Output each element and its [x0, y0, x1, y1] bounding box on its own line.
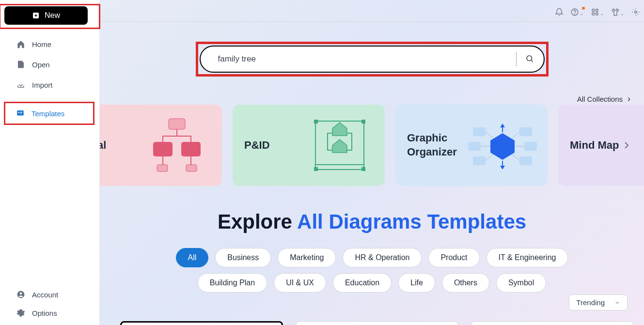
chip-product[interactable]: Product [428, 248, 479, 267]
headline-prefix: Explore [218, 210, 297, 233]
chip-life[interactable]: Life [398, 273, 435, 293]
template-card[interactable] [296, 321, 458, 325]
template-card[interactable] [120, 321, 283, 325]
carousel-next[interactable] [621, 139, 632, 151]
svg-rect-23 [314, 167, 318, 171]
chip-symbol[interactable]: Symbol [496, 273, 546, 293]
svg-rect-15 [169, 119, 185, 129]
svg-rect-28 [519, 127, 532, 136]
category-chips: All Business Marketing HR & Operation Pr… [100, 248, 644, 293]
chip-hr-operation[interactable]: HR & Operation [343, 248, 422, 267]
card-label: Mind Map [570, 139, 629, 153]
card-label: Graphic Organizer [407, 131, 466, 159]
sidebar-item-label: Home [32, 40, 51, 48]
svg-rect-27 [473, 127, 486, 136]
template-categories-carousel: ional P&ID Graphic Organizer Mind Map [100, 105, 644, 186]
chip-business[interactable]: Business [215, 248, 271, 267]
chevron-right-icon [626, 96, 632, 103]
svg-point-13 [20, 293, 22, 295]
all-collections-label: All Collections [577, 95, 623, 103]
chip-it-engineering[interactable]: IT & Engineering [487, 248, 568, 267]
card-label: P&ID [244, 139, 303, 153]
svg-line-38 [512, 155, 519, 161]
graphic-organizer-icon [466, 109, 539, 182]
card-label: ional [100, 139, 141, 153]
template-card[interactable] [471, 321, 634, 325]
sidebar-item-label: Open [32, 61, 50, 69]
svg-rect-21 [314, 120, 318, 124]
new-button-highlight: New [0, 4, 100, 29]
sidebar-item-label: Templates [31, 109, 64, 118]
svg-rect-16 [153, 142, 173, 156]
headline-accent: All Diagrams Templates [297, 210, 526, 233]
search-highlight [196, 42, 549, 77]
svg-line-36 [512, 132, 519, 138]
template-thumbnails [120, 321, 634, 325]
svg-marker-26 [490, 133, 515, 160]
templates-icon [16, 109, 25, 118]
sort-dropdown[interactable]: Trending [569, 294, 628, 310]
svg-rect-32 [524, 142, 537, 151]
category-card-organizational[interactable]: ional [100, 105, 222, 186]
gear-icon [16, 309, 25, 317]
search-box [200, 46, 545, 73]
search-icon [525, 54, 534, 63]
sidebar-item-templates[interactable]: Templates [5, 103, 93, 124]
main-area: All Collections ional P&ID Graphic Organ… [100, 0, 644, 325]
chip-marketing[interactable]: Marketing [278, 248, 336, 267]
all-collections-link[interactable]: All Collections [577, 95, 632, 103]
org-chart-icon [141, 109, 213, 182]
svg-rect-22 [361, 120, 365, 124]
plus-square-icon [32, 12, 40, 19]
nav-list: Home Open Import Templates [0, 34, 99, 125]
account-icon [16, 290, 25, 299]
file-icon [16, 60, 25, 69]
sidebar-bottom: Account Options [0, 285, 99, 322]
sidebar-item-home[interactable]: Home [0, 34, 99, 54]
new-button[interactable]: New [4, 6, 88, 25]
pid-icon [303, 109, 376, 182]
search-divider [516, 52, 517, 66]
carousel-track: ional P&ID Graphic Organizer Mind Map [100, 105, 644, 186]
sidebar-item-account[interactable]: Account [0, 285, 99, 304]
import-icon [16, 80, 25, 89]
home-icon [16, 40, 25, 48]
sidebar-item-open[interactable]: Open [0, 54, 99, 75]
chip-all[interactable]: All [176, 248, 209, 267]
svg-rect-31 [468, 142, 481, 151]
svg-rect-24 [361, 167, 365, 171]
svg-rect-9 [18, 112, 19, 113]
search-button[interactable] [525, 54, 534, 64]
search-input[interactable] [218, 54, 516, 64]
sidebar-item-options[interactable]: Options [0, 304, 99, 322]
svg-rect-19 [186, 165, 197, 171]
sidebar-item-label: Import [32, 81, 53, 89]
svg-marker-34 [500, 166, 505, 170]
new-button-label: New [45, 11, 60, 20]
svg-rect-10 [20, 112, 22, 112]
category-card-graphic-organizer[interactable]: Graphic Organizer [395, 105, 548, 186]
svg-line-37 [486, 155, 493, 161]
chip-building-plan[interactable]: Building Plan [198, 273, 267, 293]
svg-rect-18 [157, 165, 168, 171]
templates-highlight: Templates [4, 102, 94, 125]
sidebar-item-import[interactable]: Import [0, 75, 99, 95]
svg-line-35 [486, 132, 493, 138]
svg-point-14 [527, 56, 532, 61]
chip-ui-ux[interactable]: UI & UX [274, 273, 326, 293]
chip-others[interactable]: Others [442, 273, 489, 293]
chip-education[interactable]: Education [333, 273, 392, 293]
svg-rect-30 [519, 156, 532, 165]
page-title: Explore All Diagrams Templates [100, 210, 644, 233]
svg-rect-29 [473, 156, 486, 165]
svg-marker-33 [500, 124, 505, 127]
svg-rect-17 [181, 142, 201, 156]
sidebar-item-label: Options [32, 309, 57, 317]
chevron-right-icon [621, 139, 632, 151]
svg-rect-11 [20, 113, 22, 113]
sort-label: Trending [576, 298, 605, 307]
chevron-down-icon [614, 300, 620, 306]
sidebar: New Home Open Import Templates Account [0, 0, 100, 325]
category-card-pid[interactable]: P&ID [233, 105, 385, 186]
sidebar-item-label: Account [32, 291, 58, 299]
